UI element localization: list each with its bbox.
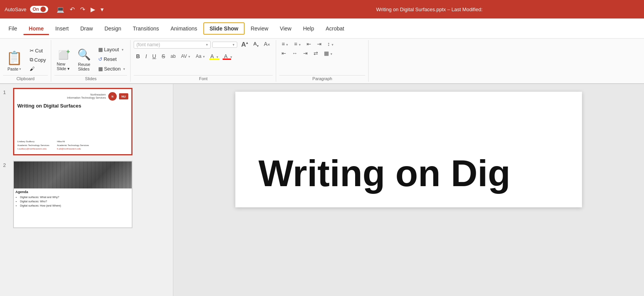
paragraph-label: Paragraph — [279, 75, 365, 82]
highlight-color-button[interactable]: A ▾ — [208, 52, 221, 60]
menu-help[interactable]: Help — [298, 22, 320, 35]
font-row-1: (font name) ▾ ▾ A▴ A▾ A✕ — [134, 40, 273, 49]
ribbon-slides-section: ⬜ + NewSlide ▾ 🔍 ReuseSlides ▦ Layout ▾ … — [51, 40, 131, 82]
italic-button[interactable]: I — [143, 52, 149, 60]
paste-button[interactable]: 📋 Paste ▾ — [3, 49, 25, 73]
copy-button[interactable]: ⧉ Copy — [28, 56, 48, 64]
autosave-label: AutoSave — [5, 7, 26, 12]
slide2-list: Digital surfaces: What and Why? Digital … — [15, 195, 130, 208]
cut-button[interactable]: ✂ Cut — [28, 47, 48, 55]
decrease-indent-button[interactable]: ⇤ — [304, 40, 314, 48]
slide1-person1: Lindsey Sudbury Academic Technology Serv… — [17, 140, 49, 151]
undo-icon[interactable]: ↶ — [70, 6, 75, 13]
quickaccess-dropdown-icon[interactable]: ▾ — [101, 6, 104, 13]
slide2-people — [14, 161, 132, 188]
slide2-title: Agenda — [15, 190, 130, 194]
reuse-slides-icon: 🔍 — [77, 48, 91, 61]
clipboard-content: 📋 Paste ▾ ✂ Cut ⧉ Copy — [3, 40, 48, 74]
increase-indent-button[interactable]: ⇥ — [315, 40, 324, 48]
menu-home[interactable]: Home — [23, 22, 49, 35]
menu-design[interactable]: Design — [99, 22, 127, 35]
cut-label: Cut — [35, 48, 43, 54]
format-painter-icon: 🖌 — [30, 66, 35, 72]
strikethrough-button[interactable]: S — [159, 52, 167, 60]
line-spacing-button[interactable]: ↕▾ — [325, 40, 336, 48]
font-row-2: B I U S ab AV▾ Aa▾ A ▾ A ▾ — [134, 52, 235, 60]
clipboard-label: Clipboard — [3, 75, 48, 82]
underline-button[interactable]: U — [150, 52, 158, 60]
highlight-color-bar — [209, 59, 220, 60]
align-left-button[interactable]: ⇤ — [279, 49, 288, 57]
slide-thumb-2[interactable]: Agenda Digital surfaces: What and Why? D… — [13, 161, 132, 228]
menu-bar: File Home Insert Draw Design Transitions… — [0, 18, 644, 39]
paste-icon: 📋 — [6, 50, 22, 66]
clear-formatting-button[interactable]: A✕ — [262, 40, 273, 49]
increase-font-button[interactable]: A▴ — [239, 40, 250, 49]
align-center-button[interactable]: ↔ — [290, 49, 300, 57]
menu-insert[interactable]: Insert — [50, 22, 74, 35]
shadow-button[interactable]: ab — [168, 53, 178, 60]
layout-icon: ▦ — [98, 47, 103, 52]
menu-animations[interactable]: Animations — [165, 22, 203, 35]
section-button[interactable]: ▦ Section ▾ — [96, 65, 127, 73]
font-size-dropdown[interactable]: ▾ — [212, 42, 237, 48]
new-slide-icon: ⬜ + — [58, 48, 69, 61]
new-slide-label: NewSlide ▾ — [57, 62, 70, 71]
present-icon[interactable]: 💻 — [57, 6, 64, 13]
slide1-logo-red: N — [108, 92, 117, 101]
font-color-button[interactable]: A ▾ — [221, 52, 234, 60]
menu-slideshow[interactable]: Slide Show — [203, 22, 245, 35]
menu-file[interactable]: File — [3, 22, 23, 35]
paste-dropdown-icon[interactable]: ▾ — [19, 67, 21, 71]
title-bar-left: AutoSave On 💻 ↶ ↷ ▶ ▾ — [5, 6, 215, 13]
slide1-title: Writing on Digital Surfaces — [17, 103, 128, 109]
numbering-button[interactable]: ≡▾ — [292, 40, 303, 48]
menu-draw[interactable]: Draw — [75, 22, 98, 35]
slide2-list-item-1: Digital surfaces: What and Why? — [20, 195, 130, 199]
layout-dd-icon: ▾ — [122, 48, 124, 52]
slide-item-1: 1 NortheasternInformation Technology Ser… — [3, 88, 170, 155]
slide-thumb-1[interactable]: NortheasternInformation Technology Servi… — [13, 88, 132, 155]
justify-button[interactable]: ⇄ — [311, 49, 320, 57]
redo-icon[interactable]: ↷ — [80, 6, 85, 13]
columns-button[interactable]: ▦▾ — [322, 49, 335, 57]
copy-label: Copy — [34, 57, 46, 63]
char-spacing-button[interactable]: AV▾ — [179, 53, 193, 60]
slideshow-icon[interactable]: ▶ — [91, 6, 95, 13]
reset-button[interactable]: ↺ Reset — [96, 55, 119, 63]
bold-button[interactable]: B — [134, 52, 142, 60]
section-label: Section — [104, 66, 121, 72]
font-size-controls: A▴ A▾ A✕ — [239, 40, 273, 49]
font-name-value: (font name) — [136, 42, 160, 47]
main-slide-text: Writing on Dig — [258, 155, 510, 192]
font-name-dropdown[interactable]: (font name) ▾ — [134, 41, 211, 49]
slide1-red-box: NU — [119, 93, 128, 99]
format-painter-button[interactable]: 🖌 — [28, 65, 48, 73]
font-color-bar — [223, 59, 231, 60]
case-button[interactable]: Aa▾ — [193, 53, 207, 60]
align-right-button[interactable]: ⇥ — [301, 49, 310, 57]
ribbon-font-section: (font name) ▾ ▾ A▴ A▾ A✕ B I U S — [131, 40, 276, 82]
main-area: 1 NortheasternInformation Technology Ser… — [0, 84, 644, 296]
autosave-toggle[interactable]: On — [30, 6, 48, 13]
paste-label: Paste — [7, 67, 18, 71]
main-slide[interactable]: Writing on Dig — [235, 92, 582, 207]
font-size-dd-icon: ▾ — [233, 43, 235, 47]
slide-item-2: 2 Agenda Digital surfaces: What and Why?… — [3, 161, 170, 228]
section-icon: ▦ — [98, 66, 103, 72]
slide-panel: 1 NortheasternInformation Technology Ser… — [0, 84, 173, 296]
menu-acrobat[interactable]: Acrobat — [320, 22, 349, 35]
menu-transitions[interactable]: Transitions — [127, 22, 164, 35]
reset-icon: ↺ — [98, 56, 102, 62]
title-bar-icons: 💻 ↶ ↷ ▶ ▾ — [57, 6, 104, 13]
reuse-slides-button[interactable]: 🔍 ReuseSlides — [75, 47, 93, 73]
menu-review[interactable]: Review — [245, 22, 274, 35]
decrease-font-button[interactable]: A▾ — [251, 40, 261, 49]
new-slide-button[interactable]: ⬜ + NewSlide ▾ — [54, 47, 72, 73]
slide2-list-item-2: Digital surfaces: Who? — [20, 199, 130, 204]
reuse-slides-label: ReuseSlides — [78, 62, 90, 71]
menu-view[interactable]: View — [275, 22, 297, 35]
bullets-button[interactable]: ≡▾ — [279, 40, 290, 48]
toggle-on-label: On — [32, 7, 39, 12]
layout-button[interactable]: ▦ Layout ▾ — [96, 45, 126, 54]
